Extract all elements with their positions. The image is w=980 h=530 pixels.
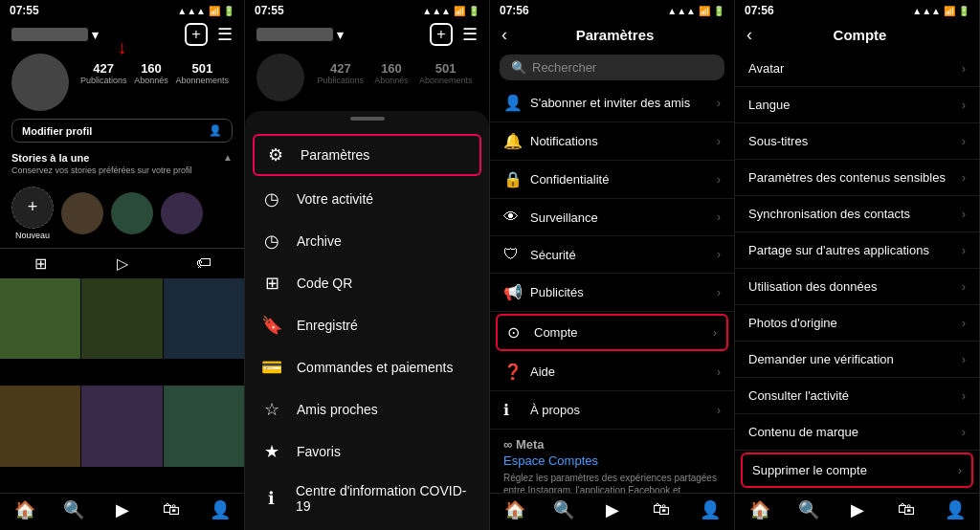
username-area-2[interactable]: ▾ <box>256 28 344 42</box>
menu-label-amis: Amis proches <box>297 402 378 417</box>
settings-item-securite[interactable]: 🛡 Sécurité › <box>490 236 734 274</box>
nav-shop[interactable]: 🛍 <box>146 499 195 520</box>
nav-home[interactable]: 🏠 <box>0 499 49 520</box>
chevron-langue: › <box>962 99 966 112</box>
account-item-verification[interactable]: Demander une vérification › <box>735 342 979 378</box>
nav-search-4[interactable]: 🔍 <box>784 499 833 520</box>
stats-row-2: 427 Publications 160 Abonnés 501 Abonnem… <box>312 54 478 85</box>
stories-sub: Conservez vos stories préférées sur votr… <box>0 166 244 181</box>
chevron-subscribe: › <box>717 97 721 110</box>
nav-shop-3[interactable]: 🛍 <box>636 499 685 520</box>
account-item-photos[interactable]: Photos d'origine › <box>735 305 979 342</box>
account-header: ‹ Compte <box>735 19 979 51</box>
tab-grid[interactable]: ⊞ <box>0 249 81 278</box>
eye-icon: 👁 <box>503 209 530 226</box>
account-item-langue[interactable]: Langue › <box>735 87 979 123</box>
header-icons: + ☰ <box>185 23 233 46</box>
chevron-apropos: › <box>717 404 721 417</box>
menu-item-parametres[interactable]: ⚙ Paramètres <box>253 134 481 176</box>
person-icon: 👤 <box>209 124 222 137</box>
settings-item-notifications[interactable]: 🔔 Notifications › <box>490 122 734 161</box>
settings-item-aide[interactable]: ❓ Aide › <box>490 353 734 391</box>
collapse-icon[interactable]: ▲ <box>223 152 233 163</box>
settings-item-subscribe[interactable]: 👤 S'abonner et inviter des amis › <box>490 84 734 122</box>
account-item-synchro[interactable]: Synchronisation des contacts › <box>735 196 979 232</box>
signal-icon-3: ▲▲▲ <box>667 6 696 16</box>
grid-cell-3 <box>164 278 244 359</box>
add-post-icon[interactable]: + <box>185 23 208 46</box>
avatar-2 <box>256 54 304 101</box>
photo-grid <box>0 278 244 493</box>
activity-icon: ◷ <box>260 188 283 210</box>
account-item-marque[interactable]: Contenu de marque › <box>735 414 979 451</box>
menu-sheet: ⚙ Paramètres ◷ Votre activité ◷ Archive … <box>245 111 489 530</box>
menu-item-archive[interactable]: ◷ Archive <box>245 220 489 262</box>
nav-profile-3[interactable]: 👤 <box>685 499 734 520</box>
nav-search[interactable]: 🔍 <box>49 499 98 520</box>
dropdown-icon-2[interactable]: ▾ <box>337 28 344 42</box>
search-icon: 🔍 <box>511 60 526 75</box>
menu-item-enregistre[interactable]: 🔖 Enregistré <box>245 304 489 346</box>
menu-item-qr[interactable]: ⊞ Code QR <box>245 262 489 304</box>
meta-section: ∞ Meta Espace Comptes Réglez les paramèt… <box>490 430 734 493</box>
tab-video[interactable]: ▷ <box>81 249 163 278</box>
meta-link[interactable]: Espace Comptes <box>503 453 721 468</box>
edit-profile-button[interactable]: Modifier profil 👤 <box>11 119 233 143</box>
account-item-delete[interactable]: Supprimer le compte › <box>741 453 973 488</box>
story-2[interactable] <box>111 192 153 234</box>
settings-item-apropos[interactable]: ℹ À propos › <box>490 391 734 430</box>
status-icons-1: ▲▲▲ 📶 🔋 <box>177 6 234 16</box>
new-story[interactable]: + Nouveau <box>11 187 54 240</box>
chevron-compte: › <box>713 326 717 340</box>
nav-reels-4[interactable]: ▶ <box>833 499 881 520</box>
settings-item-surveillance[interactable]: 👁 Surveillance › <box>490 199 734 236</box>
notif-icon: 🔔 <box>503 132 530 150</box>
panel-settings: 07:56 ▲▲▲ 📶 🔋 ‹ Paramètres 🔍 Rechercher … <box>490 0 735 530</box>
nav-reels[interactable]: ▶ <box>98 499 146 520</box>
dropdown-icon[interactable]: ▾ <box>92 28 99 42</box>
account-item-avatar[interactable]: Avatar › <box>735 51 979 87</box>
search-box[interactable]: 🔍 Rechercher <box>500 55 724 80</box>
tab-tag[interactable]: 🏷 <box>163 249 244 278</box>
chevron-pub: › <box>717 286 721 299</box>
nav-home-4[interactable]: 🏠 <box>735 499 784 520</box>
time-2: 07:55 <box>255 4 284 17</box>
settings-scroll: 👤 S'abonner et inviter des amis › 🔔 Noti… <box>490 84 734 493</box>
account-scroll: Avatar › Langue › Sous-titres › Paramètr… <box>735 51 979 493</box>
nav-home-3[interactable]: 🏠 <box>490 499 539 520</box>
account-item-sous-titres[interactable]: Sous-titres › <box>735 123 979 160</box>
menu-item-activite[interactable]: ◷ Votre activité <box>245 178 489 220</box>
chevron-surv: › <box>717 210 721 224</box>
story-3[interactable] <box>161 192 203 234</box>
menu-icon[interactable]: ☰ <box>217 24 233 45</box>
account-item-partage[interactable]: Partage sur d'autres applications › <box>735 232 979 269</box>
menu-item-amis[interactable]: ☆ Amis proches <box>245 388 489 431</box>
favoris-icon: ★ <box>260 441 283 462</box>
nav-profile[interactable]: 👤 <box>195 499 244 520</box>
nav-profile-4[interactable]: 👤 <box>930 499 979 520</box>
menu-icon-2[interactable]: ☰ <box>462 24 478 45</box>
stat-abonnements: 501 Abonnements <box>176 61 230 85</box>
menu-item-commandes[interactable]: 💳 Commandes et paiements <box>245 346 489 388</box>
account-item-data[interactable]: Utilisation des données › <box>735 269 979 305</box>
story-1[interactable] <box>61 192 103 234</box>
nav-reels-3[interactable]: ▶ <box>588 499 636 520</box>
status-bar-3: 07:56 ▲▲▲ 📶 🔋 <box>490 0 734 19</box>
username-area[interactable]: ▾ <box>11 28 99 42</box>
add-post-icon-2[interactable]: + <box>430 23 453 46</box>
settings-item-confidentialite[interactable]: 🔒 Confidentialité › <box>490 161 734 199</box>
about-icon: ℹ <box>503 401 530 419</box>
menu-item-favoris[interactable]: ★ Favoris <box>245 431 489 473</box>
signal-icon: ▲▲▲ <box>177 6 206 16</box>
stories-row: + Nouveau <box>0 181 244 246</box>
chevron-photos: › <box>962 317 966 330</box>
menu-item-covid[interactable]: ℹ Centre d'information COVID-19 <box>245 473 489 524</box>
avatar <box>11 54 69 111</box>
account-item-activite[interactable]: Consulter l'activité › <box>735 378 979 414</box>
settings-item-compte[interactable]: ⊙ Compte › <box>496 314 728 351</box>
nav-shop-4[interactable]: 🛍 <box>881 499 930 520</box>
nav-search-3[interactable]: 🔍 <box>539 499 588 520</box>
settings-item-publicites[interactable]: 📢 Publicités › <box>490 274 734 312</box>
battery-icon-4: 🔋 <box>958 6 969 16</box>
account-item-sensible[interactable]: Paramètres des contenus sensibles › <box>735 160 979 196</box>
